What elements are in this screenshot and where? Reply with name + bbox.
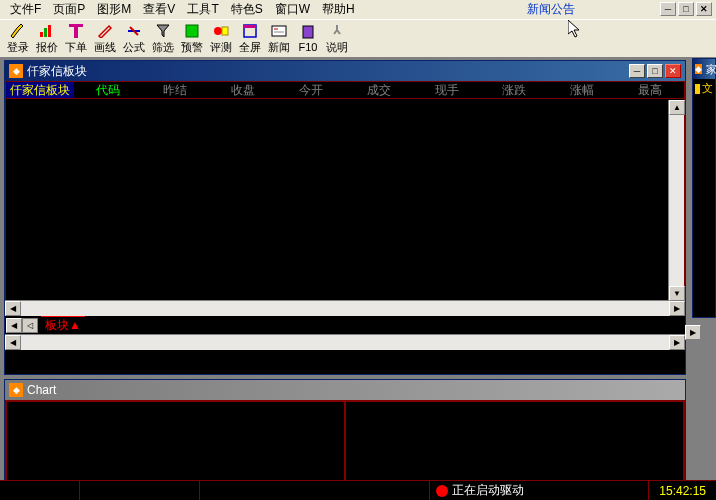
side-title: 家 <box>706 62 716 77</box>
status-clock: 15:42:15 <box>649 484 716 498</box>
col-change-pct[interactable]: 涨幅 <box>548 82 616 98</box>
status-cell-1 <box>0 481 80 500</box>
alert-icon <box>182 23 202 39</box>
news-announcement-link[interactable]: 新闻公告 <box>521 0 581 20</box>
scroll-left-button[interactable]: ◀ <box>5 301 21 316</box>
filter-icon <box>153 23 173 39</box>
table-body[interactable] <box>5 99 685 300</box>
menu-file[interactable]: 文件F <box>4 0 47 20</box>
col-open[interactable]: 今开 <box>277 82 345 98</box>
col-name[interactable]: 仟家信板块 <box>6 82 74 98</box>
horizontal-scrollbar[interactable]: ◀ ▶ <box>5 300 685 316</box>
folder-icon <box>695 84 700 94</box>
scroll-right-button[interactable]: ▶ <box>669 301 685 316</box>
draw-button[interactable]: 画线 <box>91 23 119 55</box>
book-icon <box>298 24 318 40</box>
formula-icon <box>124 23 144 39</box>
svg-rect-0 <box>40 32 43 37</box>
mdi-maximize[interactable]: □ <box>647 64 663 78</box>
status-message: 正在启动驱动 <box>452 482 524 499</box>
scroll-track-h2[interactable] <box>21 335 669 350</box>
scroll-track-h[interactable] <box>21 301 669 316</box>
col-high[interactable]: 最高 <box>616 82 684 98</box>
tab-prev2-button[interactable]: ◁ <box>22 318 38 333</box>
scroll-right2-button[interactable]: ▶ <box>669 335 685 350</box>
svg-rect-4 <box>74 24 78 38</box>
col-close[interactable]: 收盘 <box>209 82 277 98</box>
chart-window-icon: ◆ <box>9 383 23 397</box>
svg-rect-15 <box>303 26 313 38</box>
t-icon <box>66 23 86 39</box>
col-prev-close[interactable]: 昨结 <box>142 82 210 98</box>
menu-view[interactable]: 查看V <box>137 0 181 20</box>
scroll-down-button[interactable]: ▼ <box>669 286 685 301</box>
sector-tab[interactable]: 板块▲ <box>41 316 85 334</box>
formula-button[interactable]: 公式 <box>120 23 148 55</box>
alert-button[interactable]: 预警 <box>178 23 206 55</box>
filter-button[interactable]: 筛选 <box>149 23 177 55</box>
status-indicator-icon <box>436 485 448 497</box>
svg-rect-12 <box>272 26 286 36</box>
toolbar: 登录 报价 下单 画线 公式 筛选 预警 评测 全屏 新闻 F10 说明 <box>0 20 716 58</box>
pencil-icon <box>95 23 115 39</box>
chart-icon <box>37 23 57 39</box>
svg-point-8 <box>214 27 222 35</box>
mdi-minimize[interactable]: ─ <box>629 64 645 78</box>
horizontal-scrollbar-2[interactable]: ◀ ▶ <box>5 334 685 350</box>
f10-button[interactable]: F10 <box>294 24 322 53</box>
col-change[interactable]: 涨跌 <box>481 82 549 98</box>
help-icon <box>327 23 347 39</box>
col-code[interactable]: 代码 <box>74 82 142 98</box>
window-icon: ◆ <box>9 64 23 78</box>
menubar: 文件F 页面P 图形M 查看V 工具T 特色S 窗口W 帮助H 新闻公告 ─ □… <box>0 0 716 20</box>
menu-graph[interactable]: 图形M <box>91 0 137 20</box>
fullscreen-icon <box>240 23 260 39</box>
sector-window: ◆ 仟家信板块 ─ □ ✕ 仟家信板块 代码 昨结 收盘 今开 成交 现手 涨跌… <box>4 60 686 375</box>
side-panel: ◆ 家 文 <box>692 58 716 318</box>
news-button[interactable]: 新闻 <box>265 23 293 55</box>
mdi-close[interactable]: ✕ <box>665 64 681 78</box>
svg-rect-11 <box>244 25 256 28</box>
side-titlebar[interactable]: ◆ 家 <box>693 59 715 79</box>
chart-title: Chart <box>27 383 56 397</box>
vertical-scrollbar[interactable]: ▲ ▼ <box>668 100 684 301</box>
login-button[interactable]: 登录 <box>4 23 32 55</box>
status-message-cell: 正在启动驱动 <box>430 481 649 500</box>
workspace: ◆ 仟家信板块 ─ □ ✕ 仟家信板块 代码 昨结 收盘 今开 成交 现手 涨跌… <box>0 58 716 480</box>
table-header: 仟家信板块 代码 昨结 收盘 今开 成交 现手 涨跌 涨幅 最高 <box>5 81 685 99</box>
order-button[interactable]: 下单 <box>62 23 90 55</box>
scroll-up-button[interactable]: ▲ <box>669 100 685 115</box>
chart-titlebar[interactable]: ◆ Chart <box>5 380 685 400</box>
menu-page[interactable]: 页面P <box>47 0 91 20</box>
svg-rect-7 <box>186 25 198 37</box>
tab-prev-button[interactable]: ◀ <box>6 318 22 333</box>
review-button[interactable]: 评测 <box>207 23 235 55</box>
scroll-left2-button[interactable]: ◀ <box>5 335 21 350</box>
scroll-track-v[interactable] <box>669 115 684 286</box>
help-button[interactable]: 说明 <box>323 23 351 55</box>
menu-window[interactable]: 窗口W <box>269 0 316 20</box>
status-cell-3 <box>200 481 430 500</box>
brush-icon <box>8 23 28 39</box>
col-volume[interactable]: 成交 <box>345 82 413 98</box>
minimize-button[interactable]: ─ <box>660 2 676 16</box>
svg-rect-9 <box>222 27 228 35</box>
main-window-controls: ─ □ ✕ <box>660 2 712 16</box>
menu-tools[interactable]: 工具T <box>181 0 224 20</box>
close-button[interactable]: ✕ <box>696 2 712 16</box>
side-folder-item[interactable]: 文 <box>693 79 715 98</box>
fullscreen-button[interactable]: 全屏 <box>236 23 264 55</box>
statusbar: 正在启动驱动 15:42:15 <box>0 480 716 500</box>
review-icon <box>211 23 231 39</box>
side-icon: ◆ <box>695 64 702 74</box>
sector-title: 仟家信板块 <box>27 63 87 80</box>
svg-rect-2 <box>48 25 51 37</box>
maximize-button[interactable]: □ <box>678 2 694 16</box>
menu-special[interactable]: 特色S <box>225 0 269 20</box>
tab-bar: ◀ ◁ 板块▲ ▷ ▶ <box>5 316 685 334</box>
sector-titlebar[interactable]: ◆ 仟家信板块 ─ □ ✕ <box>5 61 685 81</box>
menu-help[interactable]: 帮助H <box>316 0 361 20</box>
tab-next2-button[interactable]: ▶ <box>685 325 701 340</box>
col-current[interactable]: 现手 <box>413 82 481 98</box>
quote-button[interactable]: 报价 <box>33 23 61 55</box>
